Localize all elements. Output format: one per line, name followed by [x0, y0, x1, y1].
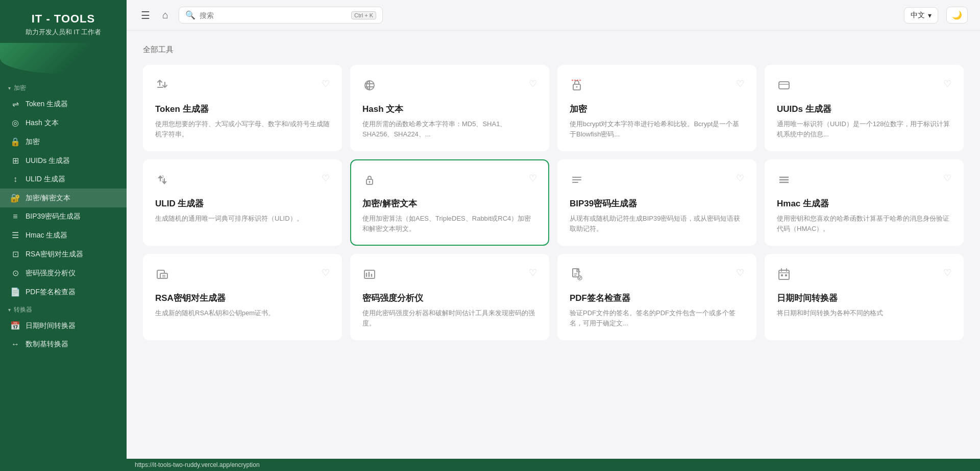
- favorite-button[interactable]: ♡: [736, 78, 744, 89]
- favorite-button[interactable]: ♡: [529, 78, 537, 89]
- sidebar-nav: ▾ 加密 ⇌ Token 生成器 ◎ Hash 文本 🔒 加密 ⊞ UUIDs …: [0, 74, 127, 471]
- hash-icon: ◎: [10, 118, 20, 128]
- section-title: 全部工具: [143, 45, 964, 55]
- search-icon: 🔍: [185, 10, 195, 20]
- tool-desc: 验证PDF文件的签名。签名的PDF文件包含一个或多个签名，可用于确定文...: [570, 308, 744, 328]
- tool-card-pdf-sig[interactable]: ♡ PDF签名检查器 验证PDF文件的签名。签名的PDF文件包含一个或多个签名，…: [557, 254, 756, 340]
- search-bar[interactable]: 🔍 Ctrl + K: [179, 7, 383, 23]
- sidebar-item-label: Hmac 生成器: [26, 231, 67, 240]
- moon-icon: 🌙: [952, 11, 962, 19]
- tool-desc: 从现有或随机助记符生成BIP39密码短语，或从密码短语获取助记符。: [570, 214, 744, 233]
- topbar: ☰ ⌂ 🔍 Ctrl + K 中文 ▾ 🌙: [127, 0, 980, 31]
- tool-card-encrypt-text[interactable]: ♡ 加密/解密文本 使用加密算法（如AES、TripleDES、Rabbit或R…: [350, 159, 549, 246]
- hmac-icon: ☰: [10, 230, 20, 240]
- sidebar-item-datetime[interactable]: 📅 日期时间转换器: [0, 316, 127, 335]
- sidebar-item-label: 加密: [26, 137, 40, 147]
- tool-desc: 使用密钥和您喜欢的哈希函数计算基于哈希的消息身份验证代码（HMAC）。: [777, 214, 951, 233]
- svg-rect-38: [781, 274, 783, 276]
- tool-card-header: ♡: [570, 78, 744, 96]
- language-selector[interactable]: 中文 ▾: [904, 7, 938, 23]
- favorite-button[interactable]: ♡: [736, 173, 744, 184]
- rsa-icon: ⊡: [10, 249, 20, 259]
- sidebar-item-numbase[interactable]: ↔ 数制基转换器: [0, 335, 127, 354]
- favorite-button[interactable]: ♡: [322, 173, 330, 184]
- tool-icon-encrypt-text: [362, 173, 377, 191]
- tool-card-header: ♡: [570, 173, 744, 191]
- sidebar-item-label: 密码强度分析仪: [26, 269, 76, 278]
- tool-card-header: ♡: [777, 78, 951, 96]
- tool-icon-pdf-sig: [570, 267, 584, 285]
- menu-button[interactable]: ☰: [139, 7, 152, 23]
- tool-card-rsa-gen[interactable]: ♡ RSA密钥对生成器 生成新的随机RSA私钥和公钥pem证书。: [143, 254, 342, 340]
- app-title: IT - TOOLS: [10, 12, 116, 26]
- sidebar-item-bip39[interactable]: ≡ BIP39密码生成器: [0, 207, 127, 226]
- favorite-button[interactable]: ♡: [943, 267, 951, 278]
- tool-card-bip39-gen[interactable]: ♡ BIP39密码生成器 从现有或随机助记符生成BIP39密码短语，或从密码短语…: [557, 159, 756, 246]
- chevron-down-icon-lang: ▾: [928, 11, 932, 19]
- pdf-icon: 📄: [10, 287, 20, 297]
- favorite-button[interactable]: ♡: [943, 78, 951, 89]
- tool-card-ulid-gen[interactable]: 90 ♡ ULID 生成器 生成随机的通用唯一词典可排序标识符（ULID）。: [143, 159, 342, 246]
- sidebar-item-label: UUIDs 生成器: [26, 156, 70, 166]
- sidebar-item-hmac[interactable]: ☰ Hmac 生成器: [0, 226, 127, 245]
- sidebar-item-label: 数制基转换器: [26, 340, 68, 349]
- sidebar-item-label: 日期时间转换器: [26, 321, 76, 331]
- tool-icon-hmac-gen: [777, 173, 791, 191]
- chevron-down-icon-2: ▾: [8, 307, 11, 313]
- tool-card-uuid-gen[interactable]: ♡ UUIDs 生成器 通用唯一标识符（UUID）是一个128位数字，用于标识计…: [765, 65, 964, 151]
- tool-card-header: ♡: [570, 267, 744, 285]
- tool-card-hash-text[interactable]: ♡ Hash 文本 使用所需的函数哈希文本字符串：MD5、SHA1、SHA256…: [350, 65, 549, 151]
- sidebar-item-encrypt[interactable]: 🔒 加密: [0, 132, 127, 151]
- tool-icon-date-convert: [777, 267, 791, 285]
- favorite-button[interactable]: ♡: [322, 78, 330, 89]
- home-button[interactable]: ⌂: [160, 7, 170, 23]
- chevron-down-icon: ▾: [8, 85, 11, 91]
- tool-desc: 生成新的随机RSA私钥和公钥pem证书。: [155, 308, 330, 318]
- sidebar-item-password[interactable]: ⊙ 密码强度分析仪: [0, 264, 127, 282]
- sidebar-item-pdf[interactable]: 📄 PDF签名检查器: [0, 282, 127, 301]
- tool-icon-token-gen: [155, 78, 169, 96]
- tool-desc: 使用您想要的字符、大写或小写字母、数字和/或符号生成随机字符串。: [155, 119, 330, 139]
- tool-name: 加密/解密文本: [362, 198, 537, 209]
- encrypt-text-icon: 🔐: [10, 193, 20, 203]
- svg-text:0: 0: [162, 179, 164, 182]
- main-area: ☰ ⌂ 🔍 Ctrl + K 中文 ▾ 🌙 全部工具 ♡ Token 生成器: [127, 0, 980, 471]
- favorite-button[interactable]: ♡: [529, 267, 537, 278]
- tool-name: 加密: [570, 103, 744, 115]
- sidebar-item-label: RSA密钥对生成器: [26, 250, 83, 259]
- hamburger-icon: ☰: [141, 10, 150, 21]
- shuffle-icon: ⇌: [10, 99, 20, 109]
- theme-toggle-button[interactable]: 🌙: [946, 7, 968, 23]
- favorite-button[interactable]: ♡: [529, 173, 537, 184]
- sidebar-item-encrypt-text[interactable]: 🔐 加密/解密文本: [0, 189, 127, 207]
- sidebar-item-label: PDF签名检查器: [26, 288, 76, 297]
- tool-card-date-convert[interactable]: ♡ 日期时间转换器 将日期和时间转换为各种不同的格式: [765, 254, 964, 340]
- tool-name: 密码强度分析仪: [362, 292, 537, 304]
- tool-card-encrypt-tool[interactable]: ♡ 加密 使用bcrypt对文本字符串进行哈希和比较。Bcrypt是一个基于Bl…: [557, 65, 756, 151]
- sidebar-item-uuid[interactable]: ⊞ UUIDs 生成器: [0, 151, 127, 170]
- tool-name: RSA密钥对生成器: [155, 292, 330, 304]
- sidebar-item-ulid[interactable]: ↕ ULID 生成器: [0, 170, 127, 189]
- bip39-icon: ≡: [10, 212, 20, 221]
- numbase-icon: ↔: [10, 340, 20, 349]
- sidebar-item-label: 加密/解密文本: [26, 194, 70, 203]
- search-input[interactable]: [200, 11, 347, 19]
- sidebar-header: IT - TOOLS 助力开发人员和 IT 工作者: [0, 0, 127, 45]
- sidebar-item-token[interactable]: ⇌ Token 生成器: [0, 95, 127, 113]
- tool-icon-encrypt-tool: [570, 78, 584, 96]
- tool-icon-hash-text: [362, 78, 377, 96]
- sidebar-item-rsa[interactable]: ⊡ RSA密钥对生成器: [0, 245, 127, 264]
- calendar-icon: 📅: [10, 321, 20, 331]
- tool-card-header: ♡: [155, 267, 330, 285]
- tool-card-hmac-gen[interactable]: ♡ Hmac 生成器 使用密钥和您喜欢的哈希函数计算基于哈希的消息身份验证代码（…: [765, 159, 964, 246]
- tool-icon-pwd-strength: [362, 267, 377, 285]
- favorite-button[interactable]: ♡: [322, 267, 330, 278]
- favorite-button[interactable]: ♡: [736, 267, 744, 278]
- tool-card-pwd-strength[interactable]: ♡ 密码强度分析仪 使用此密码强度分析器和破解时间估计工具来发现密码的强度。: [350, 254, 549, 340]
- tool-name: UUIDs 生成器: [777, 103, 951, 115]
- favorite-button[interactable]: ♡: [943, 173, 951, 184]
- language-label: 中文: [911, 11, 925, 20]
- tool-card-token-gen[interactable]: ♡ Token 生成器 使用您想要的字符、大写或小写字母、数字和/或符号生成随机…: [143, 65, 342, 151]
- sidebar-item-label: Hash 文本: [26, 119, 59, 128]
- sidebar-item-hash[interactable]: ◎ Hash 文本: [0, 113, 127, 132]
